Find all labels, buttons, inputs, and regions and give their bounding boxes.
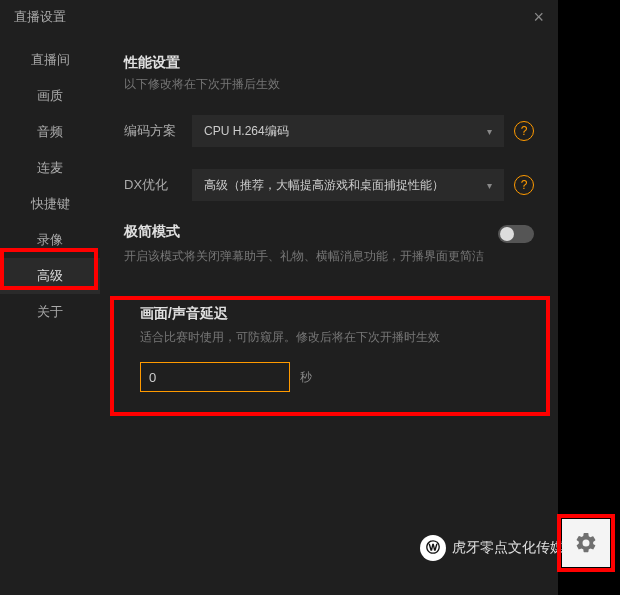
simple-mode-row: 极简模式 开启该模式将关闭弹幕助手、礼物、横幅消息功能，开播界面更简洁 <box>124 223 534 265</box>
sidebar-item-about[interactable]: 关于 <box>0 294 100 330</box>
watermark-text: 虎牙零点文化传媒 <box>452 539 564 557</box>
window-title: 直播设置 <box>14 8 66 26</box>
gear-icon <box>574 531 598 555</box>
sidebar: 直播间 画质 音频 连麦 快捷键 录像 高级 关于 <box>0 34 100 595</box>
sidebar-item-record[interactable]: 录像 <box>0 222 100 258</box>
simple-mode-desc: 开启该模式将关闭弹幕助手、礼物、横幅消息功能，开播界面更简洁 <box>124 247 498 265</box>
encoder-select[interactable]: CPU H.264编码 ▾ <box>192 115 504 147</box>
help-icon[interactable]: ? <box>514 121 534 141</box>
simple-mode-toggle[interactable] <box>498 225 534 243</box>
titlebar: 直播设置 × <box>0 0 558 34</box>
delay-unit: 秒 <box>300 369 312 386</box>
settings-button[interactable] <box>562 519 610 567</box>
sidebar-item-advanced[interactable]: 高级 <box>0 258 100 294</box>
body: 直播间 画质 音频 连麦 快捷键 录像 高级 关于 性能设置 以下修改将在下次开… <box>0 34 558 595</box>
delay-desc: 适合比赛时使用，可防窥屏。修改后将在下次开播时生效 <box>140 329 518 346</box>
delay-input[interactable] <box>140 362 290 392</box>
help-icon[interactable]: ? <box>514 175 534 195</box>
encoder-label: 编码方案 <box>124 122 192 140</box>
simple-mode-title: 极简模式 <box>124 223 498 241</box>
dx-value: 高级（推荐，大幅提高游戏和桌面捕捉性能） <box>204 177 444 194</box>
chevron-down-icon: ▾ <box>487 126 492 137</box>
delay-input-row: 秒 <box>140 362 518 392</box>
delay-title: 画面/声音延迟 <box>140 305 518 323</box>
chevron-down-icon: ▾ <box>487 180 492 191</box>
sidebar-item-hotkey[interactable]: 快捷键 <box>0 186 100 222</box>
dx-label: DX优化 <box>124 176 192 194</box>
dx-row: DX优化 高级（推荐，大幅提高游戏和桌面捕捉性能） ▾ ? <box>124 169 534 201</box>
perf-subtitle: 以下修改将在下次开播后生效 <box>124 76 534 93</box>
sidebar-item-quality[interactable]: 画质 <box>0 78 100 114</box>
encoder-row: 编码方案 CPU H.264编码 ▾ ? <box>124 115 534 147</box>
perf-title: 性能设置 <box>124 54 534 72</box>
watermark: ⓦ 虎牙零点文化传媒 <box>420 535 564 561</box>
settings-panel: 直播设置 × 直播间 画质 音频 连麦 快捷键 录像 高级 关于 性能设置 以下… <box>0 0 558 595</box>
wechat-icon: ⓦ <box>420 535 446 561</box>
close-icon[interactable]: × <box>533 7 544 28</box>
delay-section: 画面/声音延迟 适合比赛时使用，可防窥屏。修改后将在下次开播时生效 秒 <box>124 291 534 410</box>
sidebar-item-link[interactable]: 连麦 <box>0 150 100 186</box>
sidebar-item-audio[interactable]: 音频 <box>0 114 100 150</box>
content: 性能设置 以下修改将在下次开播后生效 编码方案 CPU H.264编码 ▾ ? … <box>100 34 558 595</box>
encoder-value: CPU H.264编码 <box>204 123 289 140</box>
dx-select[interactable]: 高级（推荐，大幅提高游戏和桌面捕捉性能） ▾ <box>192 169 504 201</box>
sidebar-item-room[interactable]: 直播间 <box>0 42 100 78</box>
